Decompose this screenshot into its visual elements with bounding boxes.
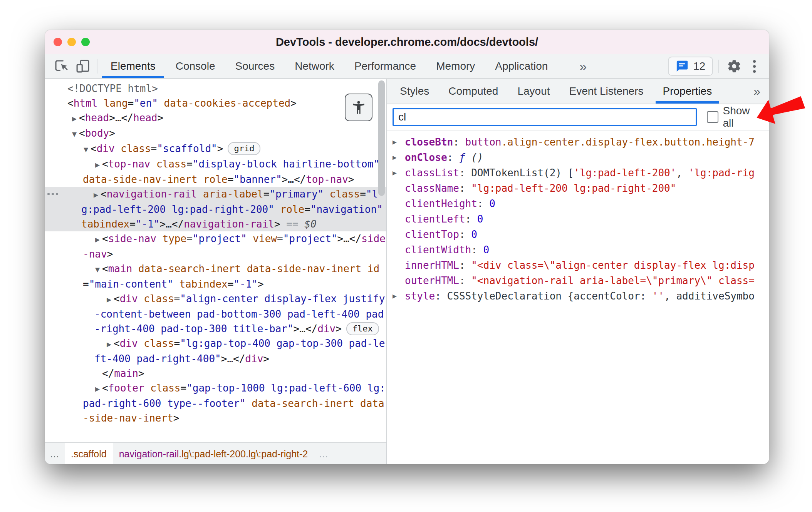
tree-expand-arrow-icon[interactable]: ▶ <box>83 232 102 247</box>
tree-node[interactable]: ▶<top-nav class="display-block hairline-… <box>47 157 386 187</box>
code-segment: = <box>228 278 234 290</box>
traffic-lights <box>54 30 90 54</box>
tab-memory[interactable]: Memory <box>426 54 485 78</box>
tree-expand-arrow-icon[interactable]: ▶ <box>94 337 114 351</box>
property-row[interactable]: clientHeight: 0 <box>387 196 769 211</box>
property-row[interactable]: ▶closeBtn: button.align-center.display-f… <box>387 134 769 150</box>
property-expand-arrow-icon[interactable]: ▶ <box>393 134 397 150</box>
code-segment: class <box>138 293 174 305</box>
tab-performance[interactable]: Performance <box>344 54 426 78</box>
more-panels-button[interactable]: » <box>575 54 591 78</box>
tree-expand-arrow-icon[interactable]: ▶ <box>94 292 114 307</box>
code-segment: < <box>114 293 120 305</box>
property-row[interactable]: ▶style: CSSStyleDeclaration {accentColor… <box>387 288 769 304</box>
code-segment: > <box>107 248 113 260</box>
sidebar-more-tabs-button[interactable]: » <box>748 79 766 104</box>
breadcrumb-item[interactable]: .scaffold <box>65 443 113 464</box>
sidebar-tab-layout[interactable]: Layout <box>508 79 559 104</box>
tree-expand-arrow-icon[interactable]: ▼ <box>60 127 79 141</box>
property-row[interactable]: clientLeft: 0 <box>387 211 769 227</box>
tree-expand-arrow-icon[interactable]: ▶ <box>81 187 101 202</box>
property-row[interactable]: innerHTML: "<div class=\"align-center di… <box>387 258 769 273</box>
tree-node[interactable]: ▶<navigation-rail aria-label="primary" c… <box>45 187 386 231</box>
minimize-window-button[interactable] <box>67 38 76 46</box>
tab-console[interactable]: Console <box>166 54 225 78</box>
tree-node[interactable]: <html lang="en" data-cookies-accepted> <box>47 96 386 110</box>
tree-node[interactable]: ▼<div class="scaffold">grid <box>47 141 386 157</box>
breadcrumb-overflow-ellipsis[interactable]: … <box>314 448 334 460</box>
tree-expand-arrow-icon[interactable]: ▼ <box>83 262 102 277</box>
sidebar-tab-properties[interactable]: Properties <box>653 79 722 104</box>
property-expand-arrow-icon[interactable]: ▶ <box>393 288 397 304</box>
sidebar-tab-computed[interactable]: Computed <box>439 79 508 104</box>
code-segment: = <box>83 278 89 290</box>
property-row[interactable]: outerHTML: "<navigation-rail aria-label=… <box>387 273 769 288</box>
tree-node[interactable]: </main> <box>47 366 386 381</box>
property-value: CSSStyleDeclaration {accentColor: <box>447 290 652 302</box>
tab-sources[interactable]: Sources <box>225 54 285 78</box>
close-window-button[interactable] <box>54 38 62 46</box>
property-expand-arrow-icon[interactable]: ▶ <box>393 165 397 181</box>
device-toolbar-icon <box>75 58 91 74</box>
code-segment: div <box>120 293 138 305</box>
property-row[interactable]: className: "lg:pad-left-200 lg:pad-right… <box>387 181 769 196</box>
zoom-window-button[interactable] <box>81 38 90 46</box>
kebab-menu-icon <box>753 60 756 63</box>
sidebar-tab-event-listeners[interactable]: Event Listeners <box>560 79 653 104</box>
tree-node[interactable]: ▶<footer class="gap-top-1000 lg:pad-left… <box>47 381 386 425</box>
tree-expand-arrow-icon[interactable]: ▶ <box>83 381 102 396</box>
tree-expand-arrow-icon[interactable]: ▶ <box>83 157 102 172</box>
sidebar-tab-styles[interactable]: Styles <box>390 79 439 104</box>
tree-node[interactable]: ▶<div class="align-center display-flex j… <box>47 291 386 336</box>
tree-node[interactable]: ▼<body> <box>47 126 386 141</box>
tree-scrollbar-thumb[interactable] <box>378 80 385 196</box>
issues-messages-button[interactable]: 12 <box>668 57 713 76</box>
inspect-element-button[interactable] <box>50 54 72 78</box>
property-value: , <box>676 167 688 179</box>
show-all-label: Show all <box>723 105 763 129</box>
code-segment: div <box>120 338 138 349</box>
code-segment: <!DOCTYPE html> <box>67 83 158 94</box>
equals-sign: == <box>280 218 305 230</box>
breadcrumb-item[interactable]: navigation-rail.lg\:pad-left-200.lg\:pad… <box>113 443 314 464</box>
tab-elements[interactable]: Elements <box>101 54 166 78</box>
property-row[interactable]: ▶onClose: ƒ () <box>387 150 769 165</box>
tree-node[interactable]: <!DOCTYPE html> <box>47 81 386 96</box>
code-segment: navigation-rail <box>107 188 197 200</box>
settings-button[interactable] <box>725 59 744 74</box>
code-segment: top-nav <box>108 158 151 170</box>
code-segment: "display-block hairline-bottom" <box>193 158 379 170</box>
property-row[interactable]: clientTop: 0 <box>387 227 769 242</box>
customize-devtools-button[interactable] <box>748 60 761 73</box>
tree-node[interactable]: ▼<main data-search-inert data-side-nav-i… <box>47 261 386 291</box>
breadcrumb-overflow-ellipsis[interactable]: … <box>45 448 65 460</box>
messages-count: 12 <box>693 60 705 72</box>
properties-filter-input[interactable] <box>393 108 697 126</box>
node-options-dots-icon[interactable] <box>47 193 58 195</box>
grid-badge[interactable]: grid <box>228 142 260 155</box>
toggle-device-toolbar-button[interactable] <box>72 54 94 78</box>
tab-network[interactable]: Network <box>285 54 344 78</box>
property-row[interactable]: clientWidth: 0 <box>387 242 769 258</box>
code-segment: view <box>247 233 277 244</box>
property-expand-arrow-icon[interactable]: ▶ <box>393 150 397 165</box>
tab-application[interactable]: Application <box>485 54 558 78</box>
tree-node[interactable]: ▶<div class="lg:gap-top-400 gap-top-300 … <box>47 336 386 366</box>
code-segment: data-side-nav-inert <box>241 263 361 274</box>
elements-tree: <!DOCTYPE html><html lang="en" data-cook… <box>45 79 386 445</box>
tree-node[interactable]: ▶<head>…</head> <box>47 110 386 126</box>
tree-expand-arrow-icon[interactable]: ▶ <box>60 111 79 126</box>
show-all-checkbox[interactable] <box>707 111 718 123</box>
tree-expand-arrow-icon[interactable]: ▼ <box>71 142 91 157</box>
properties-list: ▶closeBtn: button.align-center.display-f… <box>387 131 769 304</box>
show-all-toggle[interactable]: Show all <box>707 105 763 129</box>
property-name: onClose <box>405 152 447 163</box>
flex-badge[interactable]: flex <box>346 322 379 335</box>
property-row[interactable]: ▶classList: DOMTokenList(2) ['lg:pad-lef… <box>387 165 769 181</box>
code-segment: side-nav <box>108 233 156 244</box>
tree-node[interactable]: ▶<side-nav type="project" view="project"… <box>47 231 386 261</box>
chat-bubble-icon <box>676 60 689 73</box>
code-segment: "main-content" <box>89 278 173 290</box>
accessibility-button[interactable] <box>345 94 372 121</box>
code-segment: < <box>102 382 108 394</box>
